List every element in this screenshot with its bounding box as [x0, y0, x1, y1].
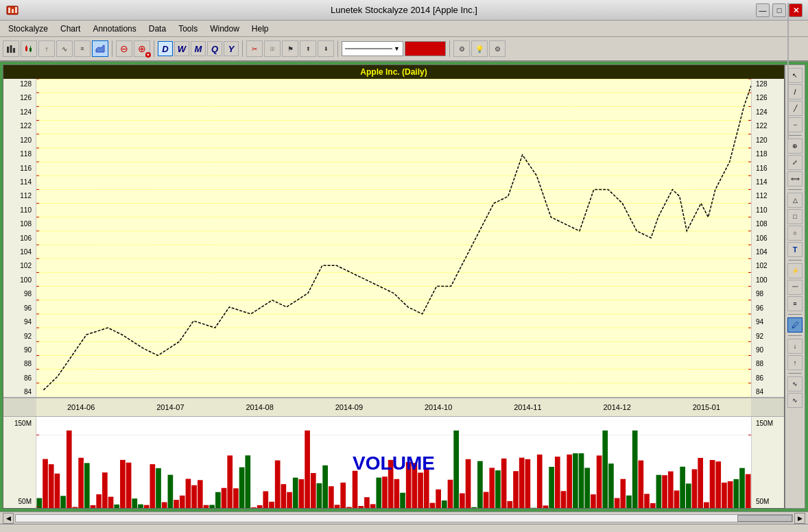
- close-button[interactable]: ✕: [789, 3, 803, 17]
- y-label-r-116: 116: [753, 165, 783, 172]
- rt-down-arrow[interactable]: ↓: [787, 339, 803, 354]
- rt-active-tool[interactable]: 🖊: [787, 317, 803, 332]
- y-label-r-124: 124: [753, 108, 783, 116]
- toolbar-period-w[interactable]: W: [174, 41, 189, 56]
- y-label-94: 94: [5, 318, 34, 326]
- volume-chart-canvas[interactable]: [36, 417, 751, 508]
- y-label-r-126: 126: [753, 94, 783, 101]
- rt-text[interactable]: T: [787, 242, 803, 257]
- toolbar-settings1[interactable]: ⚙: [453, 40, 470, 57]
- toolbar-wave[interactable]: ∿: [56, 40, 73, 57]
- y-label-r-98: 98: [753, 290, 783, 298]
- chart-container: Apple Inc. (Daily) 128 126 124 122 120 1…: [3, 64, 785, 509]
- y-label-r-88: 88: [753, 360, 783, 367]
- y-label-r-122: 122: [753, 122, 783, 130]
- vol-label-r-150m: 150M: [753, 420, 783, 427]
- toolbar-period-q[interactable]: Q: [207, 41, 222, 56]
- toolbar-bulb[interactable]: 💡: [471, 40, 488, 57]
- y-label-118: 118: [5, 150, 34, 158]
- toolbar-period-m[interactable]: M: [191, 41, 206, 56]
- rt-wave3[interactable]: ∿: [787, 393, 803, 408]
- rt-dotted-line[interactable]: ╌: [787, 117, 803, 132]
- rt-crosshair[interactable]: ⊕: [787, 138, 803, 154]
- rt-line-tool[interactable]: ╱: [787, 101, 803, 116]
- line-style-selector[interactable]: ▼: [342, 41, 403, 56]
- toolbar-cut[interactable]: ✂: [246, 40, 263, 57]
- rt-wave2[interactable]: ∿: [787, 376, 803, 391]
- rt-triangle[interactable]: △: [787, 193, 803, 208]
- y-label-90: 90: [5, 346, 34, 354]
- chart-title: Apple Inc. (Daily): [360, 67, 427, 77]
- toolbar-candlestick[interactable]: [21, 40, 37, 57]
- y-label-r-92: 92: [753, 332, 783, 340]
- y-label-114: 114: [5, 178, 34, 186]
- scrollbar-track[interactable]: [15, 514, 793, 522]
- toolbar-config[interactable]: ⚙: [489, 40, 506, 57]
- y-axis-right: 128 126 124 122 120 118 116 114 112 110 …: [751, 79, 784, 397]
- toolbar-separator-4: [337, 40, 338, 57]
- rt-pencil-tool[interactable]: /: [787, 84, 803, 99]
- svg-marker-11: [96, 45, 104, 52]
- y-label-r-90: 90: [753, 346, 783, 354]
- minimize-button[interactable]: —: [756, 3, 770, 17]
- menubar: Stockalyze Chart Annotations Data Tools …: [0, 21, 808, 37]
- titlebar: Lunetek Stockalyze 2014 [Apple Inc.] — □…: [0, 0, 808, 21]
- y-label-86: 86: [5, 374, 34, 382]
- toolbar-import[interactable]: ⬆: [300, 40, 316, 57]
- rt-waves[interactable]: 〰: [787, 280, 803, 295]
- chart-title-bar: Apple Inc. (Daily): [3, 65, 784, 79]
- svg-rect-3: [15, 7, 17, 13]
- toolbar-period-d[interactable]: D: [158, 41, 173, 56]
- menu-chart[interactable]: Chart: [55, 23, 86, 35]
- toolbar-zoom-out[interactable]: ⊖: [116, 40, 132, 57]
- toolbar-bar-chart[interactable]: [3, 40, 19, 57]
- menu-stockalyze[interactable]: Stockalyze: [3, 23, 54, 35]
- y-label-r-106: 106: [753, 234, 783, 242]
- y-label-r-110: 110: [753, 206, 783, 214]
- rt-ellipse[interactable]: ○: [787, 226, 803, 241]
- y-label-104: 104: [5, 248, 34, 256]
- toolbar-trim[interactable]: ✂⃝: [264, 40, 281, 57]
- rt-up-arrow[interactable]: ↑: [787, 355, 803, 370]
- x-label-2014-08: 2014-08: [246, 403, 273, 411]
- menu-help[interactable]: Help: [246, 23, 274, 35]
- y-label-r-114: 114: [753, 178, 783, 186]
- scrollbar-container: ◀ ▶: [0, 511, 808, 524]
- toolbar-separator-5: [449, 40, 450, 57]
- rt-lightning[interactable]: ⚡: [787, 263, 803, 278]
- rt-sep-4: [788, 314, 802, 315]
- svg-rect-6: [13, 48, 15, 53]
- rt-arrow-tool[interactable]: ↖: [787, 68, 803, 83]
- y-label-98: 98: [5, 290, 34, 298]
- rt-sep-1: [788, 135, 802, 136]
- rt-zoom[interactable]: ⤢: [787, 155, 803, 170]
- toolbar-flag[interactable]: ⚑: [282, 40, 298, 57]
- scroll-left-button[interactable]: ◀: [3, 513, 14, 524]
- menu-data[interactable]: Data: [143, 23, 171, 35]
- svg-rect-1: [8, 8, 10, 13]
- x-label-2014-11: 2014-11: [514, 403, 541, 411]
- y-label-108: 108: [5, 220, 34, 228]
- toolbar-period-y[interactable]: Y: [224, 41, 239, 56]
- rt-measure[interactable]: ⟺: [787, 171, 803, 186]
- toolbar-area-chart[interactable]: [92, 40, 108, 57]
- rt-hash[interactable]: ≡: [787, 296, 803, 311]
- y-label-r-96: 96: [753, 304, 783, 312]
- scroll-right-button[interactable]: ▶: [794, 513, 805, 524]
- menu-tools[interactable]: Tools: [173, 23, 203, 35]
- volume-area: 150M 50M 150M 50M: [3, 417, 784, 508]
- y-label-106: 106: [5, 234, 34, 242]
- toolbar-separator-1: [112, 40, 112, 57]
- y-label-84: 84: [5, 388, 34, 396]
- scrollbar-thumb[interactable]: [737, 515, 792, 522]
- toolbar-num[interactable]: ≡: [74, 40, 91, 57]
- price-chart-canvas[interactable]: [36, 79, 751, 397]
- toolbar-zoom-in[interactable]: ⊕ ▼: [134, 40, 150, 57]
- toolbar-export[interactable]: ⬇: [318, 40, 334, 57]
- toolbar-arrow-up[interactable]: ↑: [38, 40, 55, 57]
- menu-window[interactable]: Window: [204, 23, 245, 35]
- rt-rectangle[interactable]: □: [787, 209, 803, 224]
- maximize-button[interactable]: □: [772, 3, 786, 17]
- menu-annotations[interactable]: Annotations: [87, 23, 141, 35]
- color-picker[interactable]: [405, 41, 446, 56]
